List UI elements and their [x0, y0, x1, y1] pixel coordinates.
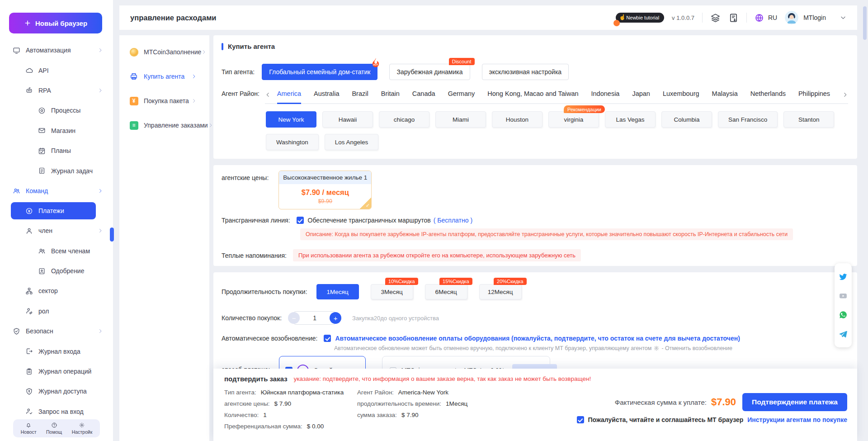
sidebar-item-sector[interactable]: сектор — [0, 281, 113, 301]
city-option[interactable]: Hawaii — [322, 111, 373, 128]
submenu-item-buy-agent[interactable]: Купить агента — [119, 64, 209, 89]
city-option[interactable]: chicago — [379, 111, 429, 128]
confirm-payment-button[interactable]: Подтверждение платежа — [742, 393, 847, 411]
sidebar-footer-news[interactable]: Новост — [21, 422, 37, 435]
city-option[interactable]: Los Angeles — [325, 134, 379, 150]
sidebar-item-approval[interactable]: Одобрение — [0, 261, 113, 281]
sidebar-item-login-request[interactable]: Запрос на вход — [0, 402, 113, 422]
sidebar-footer: НовостПомощНастройк — [13, 419, 100, 437]
quantity-increase-button[interactable]: + — [330, 312, 341, 324]
city-option[interactable]: Columbia — [661, 111, 712, 128]
plus-icon — [24, 19, 31, 27]
quantity-decrease-button[interactable]: − — [288, 312, 300, 324]
section-title: Купить агента — [228, 43, 275, 50]
sidebar-item-all-members[interactable]: Всем членам — [0, 241, 113, 261]
region-tab[interactable]: Hong Kong, Macao and Taiwan — [487, 90, 578, 103]
globe-icon[interactable] — [755, 13, 764, 23]
region-tabs-wrap: AmericaAustraliaBrazilBritainCanadaGerma… — [265, 90, 848, 104]
help-icon — [51, 422, 57, 428]
city-option[interactable]: Las Vegas — [605, 111, 656, 128]
duration-option[interactable]: 1Месяц — [316, 284, 359, 299]
chevron-right-icon[interactable] — [842, 92, 848, 98]
region-tab[interactable]: Japan — [632, 90, 650, 103]
chevron-down-icon[interactable] — [840, 14, 846, 21]
agent-type-option[interactable]: HOTГлобальный семейный дом-статик — [262, 64, 377, 80]
reminder-row: Теплые напоминания: При использовании аг… — [222, 249, 848, 261]
sidebar-item-payments[interactable]: Платежи — [11, 202, 96, 219]
security-icon — [13, 327, 20, 335]
price-plan-body: $7.90 / месяц $9.90 — [279, 184, 371, 209]
city-option[interactable]: Рекомендацииvirginia — [548, 111, 599, 128]
region-tab[interactable]: Indonesia — [591, 90, 620, 103]
agent-type-option[interactable]: эксклюзивная настройка — [482, 64, 569, 80]
sidebar-item-operations-log[interactable]: Журнал операций — [0, 361, 113, 381]
cross-border-checkbox[interactable] — [297, 217, 304, 224]
city-option[interactable]: Washington — [266, 134, 319, 150]
language-label[interactable]: RU — [768, 14, 777, 21]
recommendation-badge: Рекомендации — [564, 105, 605, 113]
sidebar-item-member[interactable]: член — [0, 221, 113, 241]
sidebar-item-rpa[interactable]: RPA — [0, 81, 113, 100]
region-tab[interactable]: Malaysia — [712, 90, 738, 103]
region-tab[interactable]: Germany — [448, 90, 475, 103]
chevron-right-icon — [98, 88, 103, 93]
region-tab[interactable]: Philippines — [798, 90, 830, 103]
sidebar-item-plans[interactable]: Планы — [0, 141, 113, 161]
agreement-checkbox[interactable] — [577, 416, 584, 423]
youtube-icon[interactable] — [839, 291, 848, 300]
sidebar-item-role[interactable]: рол — [0, 301, 113, 321]
duration-option[interactable]: 15%Скидка6Месяц — [425, 284, 467, 299]
sidebar-item-security[interactable]: Безопасн — [0, 321, 113, 341]
duration-option[interactable]: 20%Скидка12Месяц — [479, 284, 522, 299]
order-body: Тип агента:Юйнская платформа-статикааген… — [224, 387, 847, 432]
agreement-link[interactable]: Инструкции агентам по покупке — [747, 416, 847, 423]
twitter-icon[interactable] — [839, 272, 848, 281]
region-tab[interactable]: Britain — [381, 90, 400, 103]
region-tab[interactable]: Brazil — [352, 90, 368, 103]
telegram-icon[interactable] — [839, 329, 848, 338]
scrollbar-thumb[interactable] — [863, 6, 867, 40]
city-option[interactable]: New York — [266, 111, 316, 128]
old-price: $9.90 — [279, 198, 371, 204]
sidebar-resize-handle[interactable] — [110, 228, 114, 242]
auto-renewal-checkbox[interactable] — [324, 335, 331, 342]
pricing-row: агентские цены: Высококачественное жилье… — [222, 171, 848, 209]
region-tab[interactable]: Australia — [314, 90, 339, 103]
city-option[interactable]: San Francisco — [718, 111, 778, 128]
doc-transfer-icon[interactable] — [728, 13, 739, 23]
agent-type-option[interactable]: DiscountЗарубежная динамика — [389, 64, 470, 80]
avatar[interactable] — [785, 11, 798, 24]
sidebar-item-login-log[interactable]: Журнал входа — [0, 341, 113, 361]
city-option[interactable]: Miami — [435, 111, 486, 128]
submenu-item-order-management[interactable]: ≡Управление заказами — [119, 113, 209, 138]
region-tab[interactable]: Canada — [412, 90, 435, 103]
region-tab[interactable]: Luxembourg — [663, 90, 699, 103]
sidebar-item-processes[interactable]: Процессы — [0, 100, 113, 120]
sidebar-footer-help[interactable]: Помощ — [46, 422, 62, 435]
submenu-item-buy-package[interactable]: ¥Покупка пакета — [119, 89, 209, 113]
layers-icon[interactable] — [710, 13, 721, 23]
duration-discount-badge: 15%Скидка — [439, 278, 472, 285]
sidebar-item-store[interactable]: Магазин — [0, 121, 113, 141]
hand-pointer-icon: ☝ — [619, 14, 626, 20]
sidebar-item-access-log[interactable]: Журнал доступа — [0, 381, 113, 401]
sidebar-menu: АвтоматизацияAPIRPAПроцессыМагазинПланыЖ… — [0, 40, 113, 422]
sidebar-item-task-log[interactable]: Журнал задач — [0, 161, 113, 180]
sidebar-item-api[interactable]: API — [0, 60, 113, 80]
chevron-left-icon[interactable] — [265, 92, 271, 98]
sidebar-footer-settings[interactable]: Настройк — [72, 422, 93, 435]
free-label[interactable]: ( Бесплатно ) — [434, 217, 472, 224]
price-plan-card[interactable]: Высококачественное жилье 1 $7.90 / месяц… — [278, 171, 372, 209]
whatsapp-icon[interactable] — [839, 310, 848, 319]
newbie-tutorial-badge[interactable]: ☝ Newbie tutorial — [616, 13, 664, 23]
cancel-renewal-link[interactable]: - Отменить возобновление — [661, 345, 732, 351]
city-option[interactable]: Houston — [492, 111, 542, 128]
sidebar-item-automation[interactable]: Автоматизация — [0, 40, 113, 60]
duration-option[interactable]: 10%Скидка3Месяц — [371, 284, 413, 299]
region-tab[interactable]: America — [277, 90, 301, 104]
sidebar-item-team[interactable]: Команд — [0, 181, 113, 201]
submenu-item-mtcoin-topup[interactable]: MTCoinЗаполнение — [119, 40, 209, 64]
new-browser-button[interactable]: Новый браузер — [9, 13, 102, 33]
city-option[interactable]: Stanton — [783, 111, 834, 128]
region-tab[interactable]: Netherlands — [750, 90, 786, 103]
